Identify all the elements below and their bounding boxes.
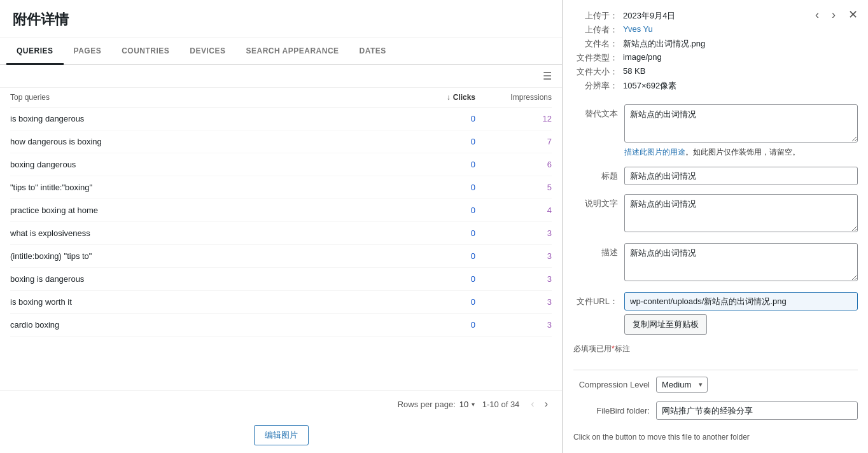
file-url-input[interactable] [624, 292, 858, 310]
cell-clicks: 0 [399, 251, 475, 261]
compression-select[interactable]: Low Medium High [656, 377, 708, 393]
title-content [624, 167, 858, 185]
page-title: 附件详情 [0, 0, 562, 38]
cell-impressions: 4 [475, 206, 552, 215]
table-row: boxing is dangerous 0 3 [10, 268, 552, 291]
meta-uploader-label: 上传者： [573, 24, 618, 36]
filter-icon[interactable]: ☰ [543, 70, 552, 82]
alt-text-label: 替代文本 [573, 104, 618, 120]
header-query: Top queries [10, 93, 399, 102]
tab-queries[interactable]: QUERIES [6, 38, 64, 64]
table-row: boxing dangerous 0 6 [10, 153, 552, 176]
cell-query: how dangerous is boxing [10, 137, 399, 146]
cell-impressions: 3 [475, 274, 552, 284]
file-url-content: 复制网址至剪贴板 [624, 292, 858, 335]
meta-resolution-label: 分辨率： [573, 80, 618, 92]
cell-clicks: 0 [399, 274, 475, 284]
prev-attachment-button[interactable]: ‹ [811, 7, 823, 23]
table-row: "tips to" intitle:"boxing" 0 5 [10, 176, 552, 199]
title-label: 标题 [573, 167, 618, 182]
caption-input[interactable] [624, 194, 858, 232]
filebird-input[interactable] [656, 401, 858, 420]
cell-query: "tips to" intitle:"boxing" [10, 183, 399, 192]
tab-search-appearance[interactable]: SEARCH APPEARANCE [236, 38, 349, 64]
meta-upload-date: 上传于： 2023年9月4日 [573, 10, 807, 22]
rows-select-wrapper: 10 25 50 [459, 400, 475, 409]
cell-clicks: 0 [399, 137, 475, 146]
table-row: cardio boxing 0 3 [10, 314, 552, 337]
meta-filename: 文件名： 新站点的出词情况.png [573, 38, 807, 50]
header-clicks: ↓ Clicks [399, 93, 475, 102]
description-field-group: 描述 [573, 243, 858, 283]
table-header: Top queries ↓ Clicks Impressions [10, 88, 552, 108]
left-panel: 附件详情 QUERIES PAGES COUNTRIES DEVICES SEA… [0, 0, 563, 453]
meta-filesize-label: 文件大小： [573, 66, 618, 78]
caption-label: 说明文字 [573, 194, 618, 209]
title-input[interactable] [624, 167, 858, 185]
title-field-group: 标题 [573, 167, 858, 185]
copy-url-button[interactable]: 复制网址至剪贴板 [624, 314, 707, 335]
meta-uploader: 上传者： Yves Yu [573, 24, 807, 36]
meta-upload-date-label: 上传于： [573, 10, 618, 22]
meta-filetype-label: 文件类型： [573, 52, 618, 64]
filebird-label: FileBird folder: [573, 406, 650, 415]
cell-query: is boxing worth it [10, 297, 399, 307]
close-button[interactable]: ✕ [844, 6, 862, 23]
cell-query: what is explosiveness [10, 228, 399, 238]
header-impressions: Impressions [475, 93, 552, 102]
cell-impressions: 3 [475, 297, 552, 307]
table-row: (intitle:boxing) "tips to" 0 3 [10, 245, 552, 268]
edit-image-button[interactable]: 编辑图片 [254, 425, 309, 445]
meta-resolution-value: 1057×692像素 [623, 80, 676, 92]
cell-clicks: 0 [399, 114, 475, 123]
meta-filename-label: 文件名： [573, 38, 618, 50]
meta-filesize: 文件大小： 58 KB [573, 66, 807, 78]
prev-page-button[interactable]: ‹ [527, 397, 538, 411]
rows-per-page-label: Rows per page: [398, 400, 456, 409]
cell-query: cardio boxing [10, 320, 399, 330]
alt-text-field-group: 替代文本 描述此图片的用途。如此图片仅作装饰用，请留空。 [573, 104, 858, 158]
description-label: 描述 [573, 243, 618, 258]
alt-text-input[interactable] [624, 104, 858, 143]
meta-filename-value: 新站点的出词情况.png [623, 38, 705, 50]
caption-field-group: 说明文字 [573, 194, 858, 234]
table-row: is boxing dangerous 0 12 [10, 108, 552, 130]
cell-impressions: 12 [475, 114, 552, 123]
alt-text-hint-link[interactable]: 描述此图片的用途 [624, 148, 685, 157]
filebird-field: FileBird folder: [573, 401, 858, 420]
meta-upload-date-value: 2023年9月4日 [623, 10, 675, 22]
cell-impressions: 6 [475, 160, 552, 169]
meta-uploader-link[interactable]: Yves Yu [623, 24, 653, 36]
alt-text-content: 描述此图片的用途。如此图片仅作装饰用，请留空。 [624, 104, 858, 158]
caption-content [624, 194, 858, 234]
cell-impressions: 5 [475, 183, 552, 192]
tab-devices[interactable]: DEVICES [179, 38, 235, 64]
cell-clicks: 0 [399, 320, 475, 330]
compression-label: Compression Level [573, 380, 650, 389]
right-panel: ‹ › ✕ 上传于： 2023年9月4日 上传者： Yves Yu 文件名： 新… [563, 0, 868, 453]
page-info: 1-10 of 34 [482, 400, 520, 409]
file-url-label: 文件URL： [573, 292, 618, 307]
cell-query: practice boxing at home [10, 206, 399, 215]
cell-clicks: 0 [399, 206, 475, 215]
cell-query: boxing dangerous [10, 160, 399, 169]
cell-clicks: 0 [399, 228, 475, 238]
right-top-controls: ‹ › ✕ [811, 6, 862, 23]
cell-clicks: 0 [399, 297, 475, 307]
rows-per-page: Rows per page: 10 25 50 [398, 400, 475, 409]
cell-impressions: 7 [475, 137, 552, 146]
divider [573, 370, 858, 370]
cell-query: boxing is dangerous [10, 274, 399, 284]
tab-dates[interactable]: DATES [349, 38, 396, 64]
cell-query: (intitle:boxing) "tips to" [10, 251, 399, 261]
next-attachment-button[interactable]: › [828, 7, 839, 23]
tab-pages[interactable]: PAGES [64, 38, 112, 64]
tab-countries[interactable]: COUNTRIES [111, 38, 179, 64]
page-nav: ‹ › [527, 397, 552, 411]
cell-impressions: 3 [475, 320, 552, 330]
next-page-button[interactable]: › [541, 397, 552, 411]
required-note: 必填项已用*标注 [573, 344, 858, 354]
table-row: practice boxing at home 0 4 [10, 199, 552, 222]
description-input[interactable] [624, 243, 858, 281]
rows-per-page-select[interactable]: 10 25 50 [459, 400, 477, 409]
